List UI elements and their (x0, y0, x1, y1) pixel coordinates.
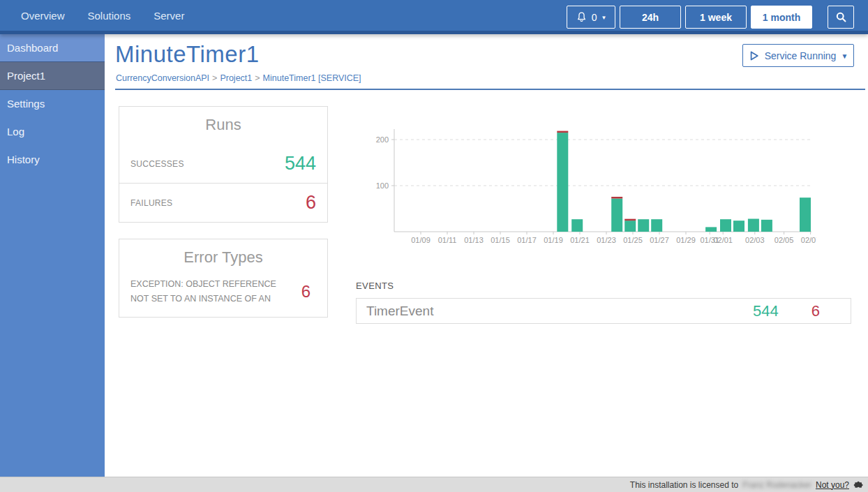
sidebar-item-settings[interactable]: Settings (0, 90, 105, 118)
chart-bar-failure (611, 197, 622, 199)
breadcrumb-current[interactable]: MinuteTimer1 [SERVICE] (263, 73, 361, 83)
x-axis-label: 01/09 (411, 236, 431, 244)
header-divider (115, 89, 865, 90)
successes-value: 544 (285, 153, 316, 174)
breadcrumb-link-project[interactable]: Project1 (220, 73, 252, 83)
error-types-card: Error Types EXCEPTION: OBJECT REFERENCE … (119, 239, 328, 318)
notifications-button[interactable]: 0 ▼ (567, 6, 615, 29)
x-axis-label: 01/29 (676, 236, 696, 244)
event-failure-count: 6 (811, 302, 820, 320)
chart-bar-success (761, 220, 772, 232)
chart-bar-success (748, 219, 759, 232)
breadcrumb-separator: > (255, 73, 260, 83)
nav-link-overview[interactable]: Overview (21, 10, 65, 22)
chart-bar-success (611, 198, 622, 232)
nav-links: Overview Solutions Server (21, 0, 184, 31)
chart-bar-success (733, 221, 744, 232)
chart-bar-success (651, 219, 662, 232)
failures-value: 6 (306, 192, 316, 214)
event-name: TimerEvent (366, 304, 753, 319)
x-axis-label: 01/13 (464, 236, 484, 244)
event-success-count: 544 (753, 302, 779, 320)
search-icon (835, 11, 847, 23)
x-axis-label: 02/07 (801, 236, 816, 244)
chart-bar-success (705, 227, 717, 232)
service-status-label: Service Running (765, 50, 837, 61)
failures-label: FAILURES (130, 198, 172, 208)
chevron-down-icon: ▼ (601, 15, 606, 21)
sidebar: Dashboard Project1 Settings Log History (0, 34, 105, 477)
sidebar-item-dashboard[interactable]: Dashboard (0, 34, 105, 62)
range-button-1month[interactable]: 1 month (751, 6, 812, 29)
sidebar-item-log[interactable]: Log (0, 118, 105, 146)
range-button-24h[interactable]: 24h (620, 6, 681, 29)
puzzle-icon (853, 480, 864, 490)
x-axis-label: 01/21 (570, 236, 590, 244)
chart-bar-success (557, 133, 568, 232)
x-axis-label: 01/25 (623, 236, 643, 244)
nav-link-server[interactable]: Server (154, 10, 184, 22)
chart-bar-success (571, 219, 583, 232)
y-axis-label: 200 (376, 135, 389, 144)
y-axis-label: 100 (376, 181, 389, 190)
play-icon (749, 50, 760, 61)
x-axis-label: 02/05 (775, 236, 794, 244)
not-you-link[interactable]: Not you? (816, 480, 849, 490)
runs-chart: 10020001/0901/1101/1301/1501/1701/1901/2… (363, 126, 816, 248)
successes-label: SUCCESSES (130, 159, 184, 169)
error-type-count: 6 (301, 282, 310, 301)
error-type-label: EXCEPTION: OBJECT REFERENCE NOT SET TO A… (130, 277, 278, 307)
service-status-button[interactable]: Service Running ▼ (742, 44, 854, 67)
x-axis-label: 01/11 (438, 236, 457, 244)
nav-right-controls: 0 ▼ 24h 1 week 1 month (567, 6, 854, 29)
chart-bar-failure (624, 219, 636, 221)
x-axis-label: 01/23 (597, 236, 616, 244)
search-button[interactable] (828, 6, 854, 29)
sidebar-item-project1[interactable]: Project1 (0, 62, 105, 90)
events-header: EVENTS (356, 281, 394, 291)
license-footer: This installation is licensed to Franz R… (0, 477, 868, 492)
runs-card: Runs SUCCESSES 544 FAILURES 6 (119, 106, 328, 223)
chart-bar-success (624, 221, 636, 232)
failures-row: FAILURES 6 (119, 183, 327, 222)
error-type-row: EXCEPTION: OBJECT REFERENCE NOT SET TO A… (119, 277, 327, 317)
breadcrumb-link-api[interactable]: CurrencyConversionAPI (116, 73, 209, 83)
notification-count: 0 (592, 12, 597, 23)
chart-bar-success (638, 219, 649, 232)
x-axis-label: 02/03 (745, 236, 765, 244)
error-types-title: Error Types (119, 239, 327, 277)
sidebar-item-history[interactable]: History (0, 146, 105, 174)
licensee-name: Franz Rodenacker (742, 480, 811, 490)
license-text: This installation is licensed to (630, 480, 738, 490)
x-axis-label: 01/17 (517, 236, 537, 244)
chart-bar-failure (557, 131, 568, 133)
event-row-timerevent[interactable]: TimerEvent 544 6 (356, 298, 851, 324)
nav-link-solutions[interactable]: Solutions (88, 10, 131, 22)
bell-icon (576, 11, 588, 23)
page-title: MinuteTimer1 (115, 41, 260, 68)
runs-card-title: Runs (119, 107, 327, 144)
breadcrumb: CurrencyConversionAPI>Project1>MinuteTim… (116, 73, 361, 83)
breadcrumb-separator: > (212, 73, 217, 83)
range-button-1week[interactable]: 1 week (685, 6, 747, 29)
x-axis-label: 02/01 (713, 236, 733, 244)
chevron-down-icon: ▼ (841, 53, 848, 60)
x-axis-label: 01/19 (544, 236, 563, 244)
successes-row: SUCCESSES 544 (119, 144, 327, 183)
main-content: MinuteTimer1 CurrencyConversionAPI>Proje… (105, 34, 868, 477)
chart-bar-success (720, 219, 731, 232)
x-axis-label: 01/15 (491, 236, 510, 244)
top-navbar: Overview Solutions Server 0 ▼ 24h 1 week… (0, 0, 868, 34)
chart-bar-success (800, 197, 811, 232)
x-axis-label: 01/27 (650, 236, 669, 244)
